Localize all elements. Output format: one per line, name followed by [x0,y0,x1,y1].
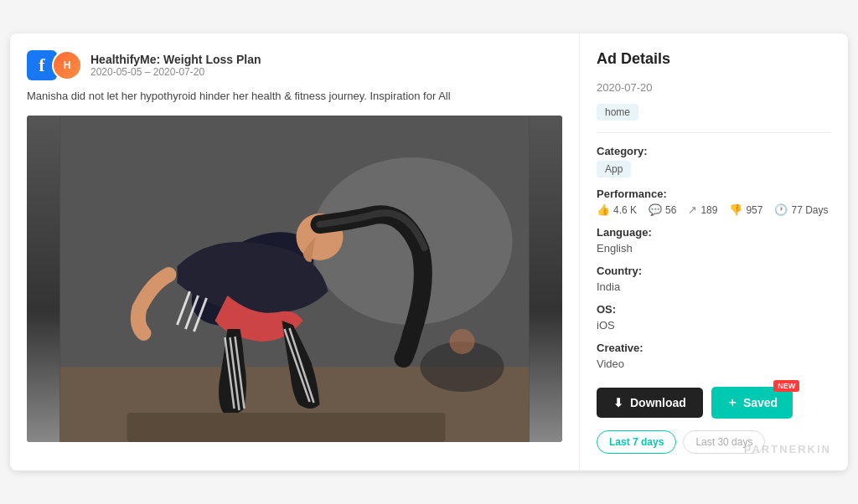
svg-rect-14 [127,413,446,442]
svg-point-16 [450,329,475,354]
dislikes-value: 957 [746,204,762,216]
likes-stat: 👍 4.6 K [597,203,637,216]
language-value: English [597,242,831,255]
comments-value: 56 [665,204,676,216]
shares-stat: ↗ 189 [688,203,717,216]
brand-logo: H [52,50,82,80]
left-panel: f H HealthifyMe: Weight Loss Plan 2020-0… [10,33,580,471]
ad-header: f H HealthifyMe: Weight Loss Plan 2020-0… [27,50,562,80]
days-stat: 🕐 77 Days [774,203,828,216]
fitness-scene [27,116,562,442]
creative-label: Creative: [597,342,831,354]
download-button[interactable]: ⬇ Download [597,388,703,418]
last-7-days-button[interactable]: Last 7 days [597,430,676,454]
share-icon: ↗ [688,203,697,216]
shares-value: 189 [700,204,717,216]
new-badge: NEW [773,380,799,392]
performance-row: Performance: 👍 4.6 K 💬 56 ↗ 189 👎 957 [597,188,831,216]
country-value: India [597,280,831,293]
creative-row: Creative: Video [597,342,831,370]
clock-icon: 🕐 [774,203,788,216]
dislikes-stat: 👎 957 [729,203,762,216]
ad-title-block: HealthifyMe: Weight Loss Plan 2020-05-05… [90,53,261,78]
language-label: Language: [597,226,831,239]
os-label: OS: [597,303,831,316]
category-tag: App [597,161,631,177]
language-row: Language: English [597,226,831,255]
os-value: iOS [597,319,831,332]
ad-description: Manisha did not let her hypothyroid hind… [27,89,562,104]
home-tag-row: home [597,104,831,121]
saved-icon: ＋ [726,395,738,410]
home-tag: home [597,104,638,121]
thumbs-up-icon: 👍 [597,203,610,216]
performance-stats: 👍 4.6 K 💬 56 ↗ 189 👎 957 🕐 77 Days [597,203,831,216]
thumbs-down-icon: 👎 [729,203,742,216]
country-row: Country: India [597,265,831,293]
logos: f H [27,50,82,80]
category-label: Category: [597,145,831,157]
ad-title: HealthifyMe: Weight Loss Plan [90,53,261,66]
os-row: OS: iOS [597,303,831,332]
days-value: 77 Days [791,204,828,216]
action-buttons: ⬇ Download ＋ Saved NEW [597,387,831,419]
creative-value: Video [597,357,831,370]
likes-value: 4.6 K [613,204,637,216]
date-range: 2020-05-05 – 2020-07-20 [90,66,261,78]
ad-date: 2020-07-20 [597,81,831,94]
category-row: Category: App [597,145,831,177]
ad-image [27,116,562,442]
download-icon: ⬇ [613,396,623,409]
comments-stat: 💬 56 [649,203,676,216]
saved-button[interactable]: ＋ Saved NEW [711,387,793,419]
performance-label: Performance: [597,188,831,200]
country-label: Country: [597,265,831,277]
ad-card: f H HealthifyMe: Weight Loss Plan 2020-0… [10,33,848,471]
right-panel: Ad Details 2020-07-20 home Category: App… [580,33,848,471]
ad-details-title: Ad Details [597,50,831,68]
comment-icon: 💬 [649,203,662,216]
date-range-row: Last 7 days Last 30 days PARTNERKIN [597,430,831,454]
watermark: PARTNERKIN [744,443,831,455]
